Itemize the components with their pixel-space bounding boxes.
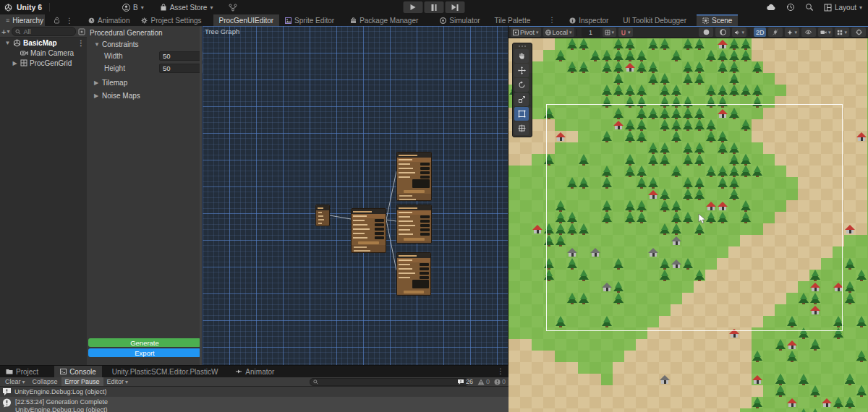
pause-button[interactable] <box>425 1 444 13</box>
asset-store-menu[interactable]: Asset Store ▾ <box>160 4 213 12</box>
grid-snap-value[interactable]: 1 <box>582 27 600 37</box>
tab-hierarchy[interactable]: ≡ Hierarchy <box>0 14 45 26</box>
local-dropdown[interactable]: Local▾ <box>543 27 574 37</box>
play-button[interactable] <box>404 1 423 13</box>
console-message[interactable]: UnityEngine.Debug:Log (object) <box>0 387 509 397</box>
kebab-menu-icon[interactable]: ⋮ <box>64 17 75 25</box>
audio-toggle-dropdown[interactable]: ▾ <box>732 27 746 37</box>
tab-package-manager[interactable]: Package Manager <box>344 14 424 26</box>
scene-visibility-eye-icon[interactable] <box>801 27 816 37</box>
tilemap-foldout[interactable]: ▶ Tilemap <box>87 74 202 88</box>
gizmo-target-icon[interactable] <box>851 27 866 37</box>
folder-icon <box>6 369 13 374</box>
kebab-menu-icon[interactable]: ⋮ <box>546 14 558 26</box>
overlay-drag-handle[interactable] <box>514 44 531 48</box>
sprite-icon <box>285 17 292 24</box>
graph-node[interactable] <box>396 152 432 201</box>
scrollbar[interactable] <box>200 26 202 365</box>
effects-lightning-icon[interactable] <box>768 27 783 37</box>
collapse-button[interactable]: Collapse <box>29 377 61 386</box>
rotate-tool[interactable] <box>514 78 529 92</box>
search-icon[interactable] <box>805 3 814 12</box>
tab-tile-palette[interactable]: Tile Palette <box>489 14 537 26</box>
tab-sprite-editor[interactable]: Sprite Editor <box>279 14 340 26</box>
hierarchy-panel: +▾ All ▼ BasicMap ⋮ Main Camera ▶ <box>0 26 88 365</box>
account-menu[interactable]: B ▾ <box>122 4 144 12</box>
history-icon[interactable] <box>786 3 795 12</box>
lock-open-icon[interactable] <box>54 17 60 24</box>
kebab-menu-icon[interactable]: ⋮ <box>75 39 87 47</box>
tab-animation[interactable]: Animation <box>82 14 135 26</box>
export-button[interactable]: Export <box>88 348 201 357</box>
tab-scene[interactable]: Scene <box>697 14 738 26</box>
gizmos-dropdown[interactable]: ▾ <box>835 27 849 37</box>
tab-inspector[interactable]: Inspector <box>563 14 614 26</box>
transform-tool[interactable] <box>514 121 529 135</box>
foldout-open-icon[interactable]: ▼ <box>4 40 11 46</box>
scene-view[interactable]: Pivot▾ Local▾ 1 ▾ ▾ <box>509 26 868 412</box>
gizmos-grid-icon <box>837 30 843 35</box>
scale-tool[interactable] <box>514 93 529 106</box>
tab-project[interactable]: Project <box>0 366 44 377</box>
width-input[interactable]: 50 <box>159 51 204 61</box>
lighting-toggle-icon[interactable] <box>715 27 730 37</box>
foldout-closed-icon: ▶ <box>94 93 100 99</box>
tab-ui-toolkit-debugger[interactable]: UI Toolkit Debugger <box>617 14 692 26</box>
tab-animator[interactable]: Animator <box>229 366 280 377</box>
picking-icon[interactable] <box>78 28 85 35</box>
tab-console[interactable]: Console <box>54 366 102 377</box>
tab-procgenuieditor[interactable]: ProcGenUIEditor <box>213 14 280 26</box>
add-object-button[interactable]: +▾ <box>1 27 9 36</box>
cloud-icon[interactable] <box>766 4 776 11</box>
warning-count-badge[interactable]: 0 <box>477 378 490 385</box>
scene-effects-dropdown[interactable]: ▾ <box>785 27 799 37</box>
tab-simulator[interactable]: Simulator <box>434 14 485 26</box>
editor-dropdown[interactable]: Editor▾ <box>103 377 132 386</box>
graph-node[interactable] <box>315 205 330 226</box>
height-field-row: Height 50 <box>87 62 202 74</box>
hierarchy-item-procgengrid[interactable]: ▶ ProcGenGrid <box>0 58 87 68</box>
step-button[interactable] <box>446 1 465 13</box>
move-tool[interactable] <box>514 64 529 77</box>
tree-graph-panel[interactable]: Tree Graph <box>203 26 509 365</box>
error-count-badge[interactable]: 0 <box>494 378 506 385</box>
chevron-down-icon: ▾ <box>210 4 213 11</box>
info-count-badge[interactable]: 26 <box>457 378 473 385</box>
2d-mode-toggle[interactable]: 2D <box>754 27 767 37</box>
layout-menu[interactable]: Layout ▾ <box>824 4 862 12</box>
graph-node[interactable] <box>396 205 432 244</box>
rect-tool[interactable] <box>514 107 529 121</box>
unity-editor-window: Unity 6 B ▾ Asset Store ▾ <box>0 0 868 412</box>
hierarchy-search-input[interactable]: All <box>12 27 76 36</box>
pivot-dropdown[interactable]: Pivot▾ <box>511 27 541 37</box>
constraints-foldout[interactable]: ▼ Constraints <box>87 38 202 50</box>
speaker-icon <box>734 30 740 35</box>
info-icon <box>569 17 576 24</box>
kebab-menu-icon[interactable]: ⋮ <box>495 366 506 377</box>
hierarchy-item-main-camera[interactable]: Main Camera <box>0 48 87 58</box>
shading-mode-icon[interactable] <box>699 27 713 37</box>
error-pause-button[interactable]: Error Pause <box>61 377 103 386</box>
warning-triangle-icon <box>477 379 485 385</box>
simulator-icon <box>440 17 446 24</box>
height-input[interactable]: 50 <box>159 64 204 73</box>
graph-node[interactable] <box>396 252 431 296</box>
camera-settings-dropdown[interactable]: ▾ <box>818 27 833 37</box>
scene-tools-overlay <box>512 43 532 137</box>
foldout-closed-icon[interactable]: ▶ <box>12 60 18 66</box>
graph-node[interactable] <box>351 208 386 253</box>
layout-label: Layout <box>835 4 856 12</box>
generate-button[interactable]: Generate <box>88 338 201 347</box>
view-hand-tool[interactable] <box>514 49 529 63</box>
grid-snap-dropdown[interactable]: ▾ <box>603 27 617 37</box>
noise-maps-foldout[interactable]: ▶ Noise Maps <box>87 88 202 101</box>
clear-button[interactable]: Clear▾ <box>1 377 29 386</box>
console-search-input[interactable] <box>310 378 469 386</box>
hierarchy-item-basicmap[interactable]: ▼ BasicMap ⋮ <box>0 38 87 48</box>
snap-increment-dropdown[interactable]: ▾ <box>618 27 633 37</box>
console-message[interactable]: [22:53:24] Generation Complete UnityEngi… <box>0 397 509 412</box>
tab-project-settings[interactable]: Project Settings <box>135 14 207 26</box>
version-control-icon[interactable] <box>229 4 237 12</box>
account-label: B <box>133 4 138 12</box>
tab-plasticscm[interactable]: Unity.PlasticSCM.Editor.PlasticW <box>106 366 224 377</box>
